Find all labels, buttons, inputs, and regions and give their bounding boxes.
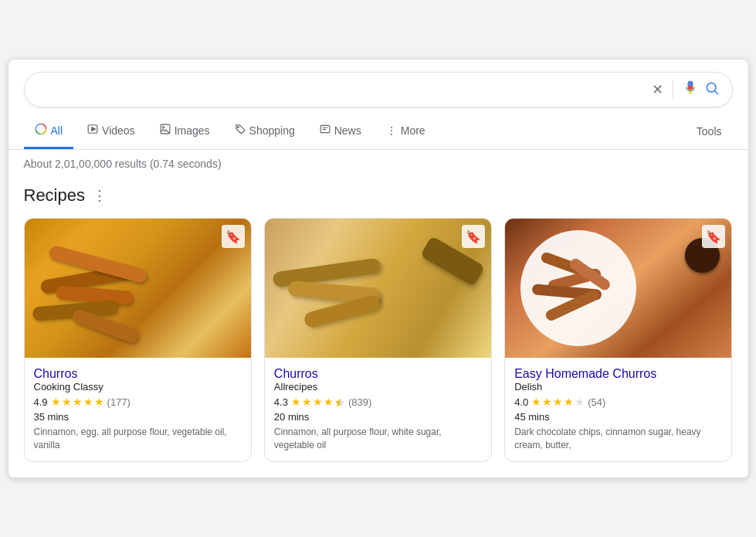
card-title-2[interactable]: Churros [274, 367, 318, 380]
bookmark-icon-3[interactable]: 🔖 [702, 225, 725, 248]
bookmark-icon-1[interactable]: 🔖 [222, 225, 245, 248]
star-3-3: ★ [553, 396, 563, 408]
recipes-header: Recipes ⋮ [24, 185, 733, 206]
card-info-1: Churros Cooking Classy 4.9 ★ ★ ★ ★ ★ (17… [25, 358, 251, 461]
star-2-2: ★ [302, 396, 312, 408]
recipe-image-1: 🔖 [25, 219, 251, 358]
search-bar-row: churros recipes ✕ [8, 59, 748, 107]
svg-marker-4 [92, 127, 96, 131]
card-info-2: Churros Allrecipes 4.3 ★ ★ ★ ★ [265, 358, 491, 461]
recipe-card-1[interactable]: 🔖 Churros Cooking Classy 4.9 ★ ★ ★ ★ ★ [24, 218, 252, 462]
tab-news-label: News [334, 124, 361, 137]
recipes-section: Recipes ⋮ 🔖 Churros [8, 178, 748, 478]
tab-shopping[interactable]: Shopping [224, 114, 306, 148]
star-3-4: ★ [564, 396, 574, 408]
card-source-1: Cooking Classy [34, 381, 242, 393]
tab-images-label: Images [175, 124, 210, 137]
recipe-image-2: 🔖 [265, 219, 491, 358]
tab-more-label: More [401, 124, 425, 137]
tab-all[interactable]: All [24, 114, 74, 149]
svg-point-7 [237, 127, 239, 128]
card-ingredients-2: Cinnamon, all purpose flour, white sugar… [274, 426, 482, 452]
tools-button[interactable]: Tools [686, 116, 733, 147]
tab-more[interactable]: ⋮ More [375, 115, 436, 148]
recipe-image-3: 🔖 [505, 219, 731, 358]
svg-line-1 [714, 91, 717, 94]
card-ingredients-3: Dark chocolate chips, cinnamon sugar, he… [514, 426, 722, 452]
rating-row-2: 4.3 ★ ★ ★ ★ [274, 396, 482, 408]
star-3-1: ★ [531, 396, 541, 408]
rating-row-1: 4.9 ★ ★ ★ ★ ★ (177) [34, 396, 242, 408]
card-title-3[interactable]: Easy Homemade Churros [514, 367, 656, 380]
results-count: About 2,01,00,000 results (0.74 seconds) [24, 158, 222, 170]
tab-images[interactable]: Images [149, 114, 221, 148]
card-source-2: Allrecipes [274, 381, 482, 393]
card-time-1: 35 mins [34, 411, 242, 423]
bookmark-icon-2[interactable]: 🔖 [462, 225, 485, 248]
card-time-3: 45 mins [514, 411, 722, 423]
rating-score-2: 4.3 [274, 396, 288, 408]
search-icon[interactable] [704, 80, 720, 99]
star-3-2: ★ [542, 396, 552, 408]
stars-3: ★ ★ ★ ★ ★ [531, 396, 585, 408]
star-1-1: ★ [51, 396, 61, 408]
star-1-5: ★ [94, 396, 104, 408]
star-3-5: ★ [575, 396, 585, 408]
recipe-card-3[interactable]: 🔖 Easy Homemade Churros Delish 4.0 ★ ★ ★… [504, 218, 732, 462]
clear-icon[interactable]: ✕ [652, 81, 663, 98]
play-icon [87, 124, 98, 137]
dots-icon: ⋮ [386, 124, 397, 137]
image-icon [160, 124, 171, 137]
mic-icon[interactable] [683, 80, 698, 99]
review-count-3: (54) [588, 396, 605, 408]
card-ingredients-1: Cinnamon, egg, all purpose flour, vegeta… [34, 426, 242, 452]
star-2-3: ★ [313, 396, 323, 408]
star-1-4: ★ [83, 396, 93, 408]
browser-window: churros recipes ✕ [8, 59, 749, 478]
card-info-3: Easy Homemade Churros Delish 4.0 ★ ★ ★ ★… [505, 358, 731, 461]
search-input-wrapper: churros recipes ✕ [24, 72, 733, 107]
svg-point-6 [162, 127, 164, 128]
tab-shopping-label: Shopping [249, 124, 295, 137]
tab-videos[interactable]: Videos [76, 114, 146, 148]
news-icon [320, 124, 331, 137]
star-2-5 [334, 396, 345, 408]
recipe-cards: 🔖 Churros Cooking Classy 4.9 ★ ★ ★ ★ ★ [24, 218, 733, 462]
nav-tabs: All Videos Images Shopping [8, 114, 748, 150]
results-info: About 2,01,00,000 results (0.74 seconds) [8, 150, 748, 178]
stars-2: ★ ★ ★ ★ [291, 396, 345, 408]
star-1-3: ★ [73, 396, 83, 408]
more-options-icon[interactable]: ⋮ [93, 187, 107, 204]
tab-news[interactable]: News [309, 114, 372, 148]
recipe-card-2[interactable]: 🔖 Churros Allrecipes 4.3 ★ ★ ★ ★ [264, 218, 492, 462]
review-count-2: (839) [348, 396, 371, 408]
rating-row-3: 4.0 ★ ★ ★ ★ ★ (54) [514, 396, 722, 408]
tag-icon [235, 124, 246, 137]
stars-1: ★ ★ ★ ★ ★ [51, 396, 104, 408]
card-time-2: 20 mins [274, 411, 482, 423]
star-2-1: ★ [291, 396, 301, 408]
divider [673, 80, 673, 99]
tab-videos-label: Videos [102, 124, 135, 137]
rating-score-3: 4.0 [514, 396, 528, 408]
review-count-1: (177) [107, 396, 131, 408]
card-title-1[interactable]: Churros [34, 367, 78, 380]
tab-all-label: All [51, 124, 63, 137]
star-2-4: ★ [324, 396, 334, 408]
tools-label: Tools [697, 125, 722, 138]
search-input[interactable]: churros recipes [37, 82, 646, 98]
rating-score-1: 4.9 [34, 396, 48, 408]
star-1-2: ★ [62, 396, 72, 408]
card-source-3: Delish [514, 381, 722, 393]
google-icon [35, 123, 47, 138]
recipes-title: Recipes [24, 185, 85, 206]
